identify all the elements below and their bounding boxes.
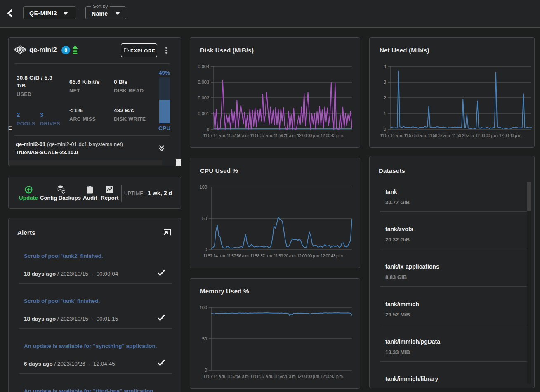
svg-text:12:00:00 p.m.: 12:00:00 p.m. [475,133,498,138]
svg-text:11:57:14 a.m.: 11:57:14 a.m. [203,133,226,138]
svg-text:0.001: 0.001 [198,111,209,116]
svg-text:11:59:20 a.m.: 11:59:20 a.m. [452,133,474,138]
svg-text:11:58:37 a.m.: 11:58:37 a.m. [250,374,273,379]
svg-text:12:00:00 p.m.: 12:00:00 p.m. [297,254,320,258]
svg-text:12:00:43 p.m.: 12:00:43 p.m. [321,254,344,258]
svg-text:0.002: 0.002 [198,95,209,100]
svg-text:2: 2 [384,95,386,100]
svg-text:0: 0 [384,127,386,132]
svg-text:11:57:56 a.m.: 11:57:56 a.m. [226,254,249,258]
svg-text:50: 50 [202,336,207,341]
svg-text:12:00:00 p.m.: 12:00:00 p.m. [297,374,320,379]
svg-text:0: 0 [207,127,209,132]
svg-text:11:59:20 a.m.: 11:59:20 a.m. [274,374,296,379]
svg-text:11:58:37 a.m.: 11:58:37 a.m. [250,254,273,258]
svg-text:11:57:14 a.m.: 11:57:14 a.m. [203,374,226,379]
svg-text:0: 0 [205,247,207,252]
svg-text:0.004: 0.004 [198,64,209,69]
svg-text:11:58:37 a.m.: 11:58:37 a.m. [428,133,450,138]
svg-text:11:57:14 a.m.: 11:57:14 a.m. [380,133,403,138]
svg-text:12:00:00 p.m.: 12:00:00 p.m. [297,133,320,138]
svg-text:3: 3 [384,80,386,85]
svg-text:11:58:37 a.m.: 11:58:37 a.m. [250,133,273,138]
svg-text:100: 100 [200,184,207,189]
svg-text:12:00:43 p.m.: 12:00:43 p.m. [321,133,344,138]
svg-text:11:57:14 a.m.: 11:57:14 a.m. [203,254,226,258]
svg-text:50: 50 [202,216,207,221]
svg-text:11:57:56 a.m.: 11:57:56 a.m. [226,133,249,138]
svg-text:11:59:20 a.m.: 11:59:20 a.m. [274,133,296,138]
svg-text:4: 4 [384,64,386,69]
svg-text:11:59:20 a.m.: 11:59:20 a.m. [274,254,296,258]
svg-text:12:00:43 p.m.: 12:00:43 p.m. [321,374,344,379]
svg-text:11:57:56 a.m.: 11:57:56 a.m. [404,133,427,138]
svg-text:100: 100 [200,305,207,310]
svg-text:11:57:56 a.m.: 11:57:56 a.m. [226,374,249,379]
svg-text:1: 1 [384,111,386,116]
svg-text:12:00:43 p.m.: 12:00:43 p.m. [499,133,522,138]
svg-text:0: 0 [205,368,207,373]
svg-text:0.003: 0.003 [198,80,209,85]
